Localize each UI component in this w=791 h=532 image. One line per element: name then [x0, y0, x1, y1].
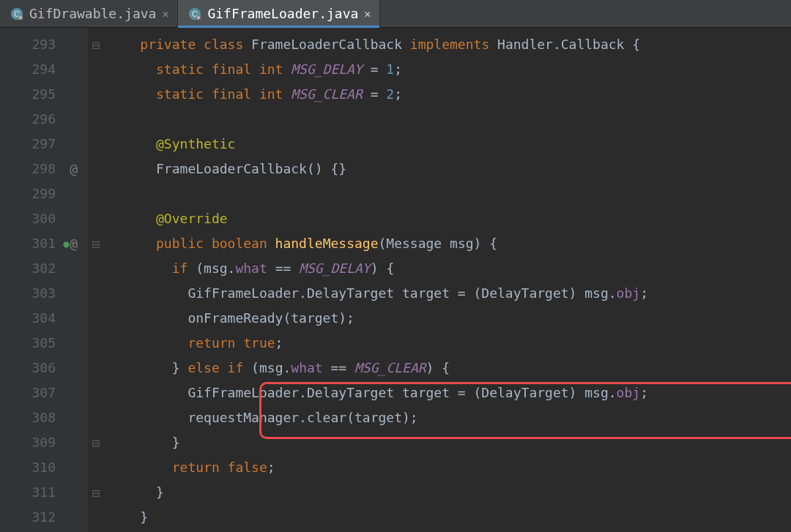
line-number: 296 [0, 107, 56, 132]
line-number: 302 [0, 256, 56, 281]
line-number: 294 [0, 57, 56, 82]
line-number: 306 [0, 356, 56, 381]
line-number: 303 [0, 281, 56, 306]
code-line: GifFrameLoader.DelayTarget target = (Del… [108, 281, 791, 306]
line-number: 308 [0, 405, 56, 430]
tab-gifdrawable[interactable]: C GifDrawable.java ✕ [0, 0, 178, 27]
code-line: } [108, 430, 791, 455]
fold-end-icon[interactable]: ⊟ [91, 480, 101, 505]
code-area[interactable]: ⊟ ⊟ ⊟ ⊟ private class FrameLoaderCallbac… [88, 28, 791, 532]
code-line: onFrameReady(target); [108, 306, 791, 331]
line-number: 301 ●↑ @ [0, 231, 56, 256]
recursive-call-icon: @ [70, 157, 78, 181]
code-line: private class FrameLoaderCallback implem… [108, 32, 791, 57]
tab-gifframeloader[interactable]: C GifFrameLoader.java ✕ [178, 0, 380, 27]
code-line [108, 181, 791, 206]
line-number: 304 [0, 306, 56, 331]
tab-label: GifFrameLoader.java [207, 6, 358, 21]
code-line: } [108, 505, 791, 530]
line-number: 305 [0, 331, 56, 356]
code-line [108, 107, 791, 132]
line-number: 312 [0, 505, 56, 530]
recursive-call-icon: @ [70, 231, 78, 256]
line-number: 300 [0, 206, 56, 231]
code-line: return true; [108, 331, 791, 356]
svg-rect-7 [198, 16, 200, 19]
line-number: 309 [0, 430, 56, 455]
line-number: 297 [0, 132, 56, 157]
line-number: 310 [0, 455, 56, 480]
code-line: requestManager.clear(target); [108, 405, 791, 430]
line-number: 298 @ [0, 157, 56, 181]
code-line: } [108, 480, 791, 505]
code-editor[interactable]: 293 294 295 296 297 298 @ 299 300 301 ●↑… [0, 28, 791, 532]
code-line: static final int MSG_CLEAR = 2; [108, 82, 791, 107]
java-class-icon: C [188, 7, 201, 20]
fold-toggle-icon[interactable]: ⊟ [91, 32, 101, 57]
line-number: 299 [0, 181, 56, 206]
line-number: 311 [0, 480, 56, 505]
fold-rail: ⊟ ⊟ ⊟ ⊟ [91, 32, 101, 530]
fold-toggle-icon[interactable]: ⊟ [91, 231, 101, 256]
line-number: 293 [0, 32, 56, 57]
code-line: public boolean handleMessage(Message msg… [108, 231, 791, 256]
svg-rect-3 [20, 16, 22, 19]
editor-tabs: C GifDrawable.java ✕ C GifFrameLoader.ja… [0, 0, 791, 28]
close-icon[interactable]: ✕ [364, 7, 371, 20]
code-line: @Override [108, 206, 791, 231]
close-icon[interactable]: ✕ [162, 7, 168, 20]
java-class-icon: C [10, 7, 23, 20]
tab-label: GifDrawable.java [29, 6, 156, 21]
code-line: static final int MSG_DELAY = 1; [108, 57, 791, 82]
code-line: if (msg.what == MSG_DELAY) { [108, 256, 791, 281]
line-number: 307 [0, 381, 56, 405]
code-line: FrameLoaderCallback() {} [108, 157, 791, 181]
line-number-gutter: 293 294 295 296 297 298 @ 299 300 301 ●↑… [0, 28, 88, 532]
code-line: } else if (msg.what == MSG_CLEAR) { [108, 356, 791, 381]
code-line: return false; [108, 455, 791, 480]
fold-end-icon[interactable]: ⊟ [91, 430, 101, 455]
code-line: @Synthetic [108, 132, 791, 157]
code-line: GifFrameLoader.DelayTarget target = (Del… [108, 381, 791, 405]
line-number: 295 [0, 82, 56, 107]
